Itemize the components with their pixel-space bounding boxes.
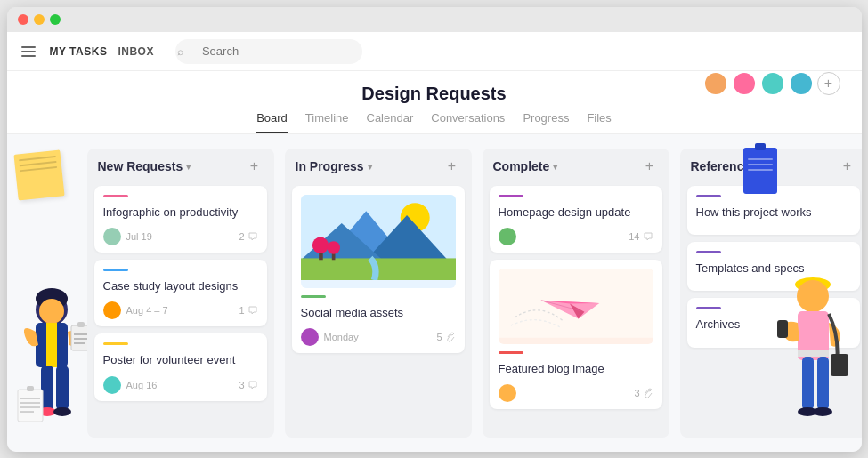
- card-meta-social-media: Monday 5: [301, 328, 456, 346]
- close-dot[interactable]: [18, 14, 28, 25]
- column-header-complete: Complete ▾ +: [490, 157, 662, 179]
- tab-progress[interactable]: Progress: [523, 111, 569, 133]
- card-accent: [103, 195, 128, 197]
- svg-point-39: [327, 241, 340, 254]
- avatar-infographic: [103, 228, 121, 245]
- avatar-case-study: [103, 301, 121, 319]
- titlebar: [7, 7, 862, 32]
- column-title-new-requests: New Requests ▾: [98, 159, 191, 173]
- avatar-4: [789, 71, 814, 96]
- card-infographic[interactable]: Infographic on productivity Jul 19 2: [94, 186, 267, 253]
- column-complete: Complete ▾ + Homepage design update 14: [483, 149, 669, 438]
- chevron-down-icon: ▾: [553, 162, 557, 172]
- add-card-button-complete[interactable]: +: [641, 157, 659, 175]
- svg-rect-15: [27, 386, 34, 391]
- tab-timeline[interactable]: Timeline: [305, 111, 349, 133]
- svg-rect-6: [77, 322, 85, 327]
- sticky-note: [13, 149, 64, 200]
- maximize-dot[interactable]: [50, 14, 61, 25]
- card-user-case-study: Aug 4 – 7: [103, 301, 168, 319]
- clipboard-decoration: [743, 148, 777, 194]
- card-social-media[interactable]: Social media assets Monday 5: [292, 186, 465, 353]
- paper-plane-illustration: [499, 269, 653, 338]
- card-accent: [103, 342, 128, 345]
- svg-rect-24: [777, 320, 788, 338]
- svg-rect-5: [71, 325, 87, 350]
- card-accent: [499, 195, 523, 197]
- svg-rect-23: [798, 350, 829, 357]
- card-homepage[interactable]: Homepage design update 14: [490, 186, 662, 253]
- card-poster[interactable]: Poster for volunteer event Aug 16 3: [94, 333, 267, 400]
- card-accent: [301, 295, 326, 298]
- card-title-poster: Poster for volunteer event: [103, 352, 258, 368]
- card-accent: [696, 307, 721, 309]
- card-count-poster: 3: [239, 380, 257, 390]
- card-featured-blog[interactable]: Featured blog image 3: [490, 260, 662, 409]
- hamburger-icon[interactable]: [21, 46, 36, 57]
- svg-point-21: [797, 280, 829, 312]
- card-user-homepage: [499, 228, 516, 245]
- chevron-down-icon: ▾: [186, 162, 191, 172]
- card-accent: [499, 351, 523, 354]
- card-user-social-media: Monday: [301, 328, 359, 346]
- avatar-homepage: [499, 228, 516, 245]
- column-new-requests: New Requests ▾ + Infographic on producti…: [87, 149, 274, 438]
- card-case-study[interactable]: Case study layout designs Aug 4 – 7 1: [94, 260, 267, 326]
- svg-point-37: [312, 237, 328, 253]
- card-user-featured-blog: [499, 384, 516, 402]
- column-title-complete: Complete ▾: [493, 159, 558, 173]
- card-meta-homepage: 14: [499, 228, 653, 245]
- card-date-poster: Aug 16: [126, 380, 158, 390]
- avatar-social-media: [301, 328, 319, 346]
- landscape-illustration: [301, 195, 456, 280]
- card-meta-case-study: Aug 4 – 7 1: [103, 301, 258, 319]
- board: New Requests ▾ + Infographic on producti…: [7, 134, 862, 452]
- add-card-button-new-requests[interactable]: +: [246, 157, 264, 175]
- svg-point-13: [53, 407, 71, 416]
- add-card-button-reference[interactable]: +: [839, 157, 856, 175]
- search-wrap: ⌕: [168, 39, 480, 64]
- add-card-button-in-progress[interactable]: +: [443, 157, 461, 175]
- card-date-infographic: Jul 19: [126, 231, 152, 242]
- svg-rect-25: [831, 354, 848, 376]
- my-tasks-link[interactable]: MY TASKS: [50, 45, 108, 58]
- card-meta-featured-blog: 3: [499, 384, 653, 402]
- card-title-infographic: Infographic on productivity: [103, 205, 258, 221]
- figure-left: [7, 283, 87, 452]
- chevron-down-icon: ▾: [368, 162, 372, 172]
- top-nav: MY TASKS INBOX ⌕: [7, 32, 862, 71]
- card-title-social-media: Social media assets: [301, 305, 456, 321]
- tab-files[interactable]: Files: [587, 111, 611, 133]
- search-input[interactable]: [175, 39, 362, 64]
- card-title-case-study: Case study layout designs: [103, 278, 258, 294]
- card-user-infographic: Jul 19: [103, 228, 152, 245]
- card-meta-infographic: Jul 19 2: [103, 228, 258, 245]
- card-count-social-media: 5: [436, 332, 455, 342]
- card-accent: [103, 269, 128, 271]
- card-meta-poster: Aug 16 3: [103, 376, 258, 394]
- card-count-homepage: 14: [629, 231, 653, 242]
- tab-conversations[interactable]: Conversations: [431, 111, 505, 133]
- figure-right: [773, 265, 862, 452]
- card-count-case-study: 1: [239, 305, 257, 316]
- comment-icon: [643, 231, 653, 242]
- avatar-poster: [103, 376, 121, 394]
- svg-point-29: [813, 407, 832, 416]
- svg-rect-27: [817, 357, 829, 410]
- card-date-case-study: Aug 4 – 7: [126, 305, 168, 316]
- tab-board[interactable]: Board: [256, 111, 288, 133]
- team-avatars: +: [703, 71, 840, 96]
- tab-calendar[interactable]: Calendar: [367, 111, 414, 133]
- column-header-in-progress: In Progress ▾ +: [292, 157, 465, 179]
- card-title-featured-blog: Featured blog image: [499, 361, 653, 377]
- minimize-dot[interactable]: [34, 14, 45, 25]
- avatar-3: [760, 71, 785, 96]
- inbox-link[interactable]: INBOX: [118, 45, 154, 58]
- avatar-featured-blog: [499, 384, 516, 402]
- card-title-homepage: Homepage design update: [499, 205, 653, 221]
- comment-icon: [247, 380, 258, 390]
- comment-icon: [247, 305, 258, 316]
- comment-icon: [247, 231, 258, 242]
- column-in-progress: In Progress ▾ +: [285, 149, 472, 438]
- add-member-button[interactable]: +: [817, 72, 840, 95]
